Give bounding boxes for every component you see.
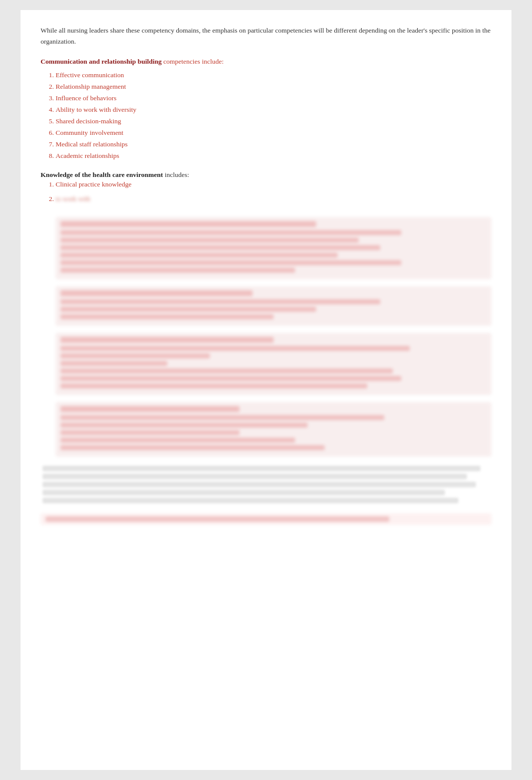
section2-title-includes: includes: bbox=[163, 171, 189, 178]
list-item-5: Shared decision-making bbox=[56, 116, 491, 127]
blurred-block-3 bbox=[56, 333, 491, 395]
list-item-8: Academic relationships bbox=[56, 150, 491, 162]
section2-list: Clinical practice knowledge to work with bbox=[56, 179, 491, 208]
blurred-block-4 bbox=[56, 402, 491, 457]
blurred-paragraph bbox=[41, 466, 491, 503]
blurred-block-2 bbox=[56, 286, 491, 326]
blurred-footer bbox=[41, 513, 491, 525]
intro-paragraph: While all nursing leaders share these co… bbox=[41, 25, 491, 47]
list-item-6: Community involvement bbox=[56, 127, 491, 139]
page-container: While all nursing leaders share these co… bbox=[21, 10, 511, 770]
list-item-3: Influence of behaviors bbox=[56, 93, 491, 104]
section1-title-normal: competencies include: bbox=[162, 58, 224, 65]
section1-list: Effective communication Relationship man… bbox=[56, 70, 491, 162]
section2-item2-blurred: to work with bbox=[56, 193, 90, 205]
section1-header: Communication and relationship building … bbox=[41, 58, 491, 66]
list-item-4: Ability to work with diversity bbox=[56, 104, 491, 116]
list-item-2: Relationship management bbox=[56, 81, 491, 93]
section2-list-item-1: Clinical practice knowledge bbox=[56, 179, 491, 190]
section2-title-bold: Knowledge of the health care environment bbox=[41, 171, 163, 178]
section1-title-bold: Communication and relationship building bbox=[41, 58, 162, 65]
blurred-block-1 bbox=[56, 217, 491, 279]
list-item-7: Medical staff relationships bbox=[56, 139, 491, 150]
list-item-1: Effective communication bbox=[56, 70, 491, 81]
section2-header: Knowledge of the health care environment… bbox=[41, 171, 491, 179]
section2-list-item-2: to work with bbox=[56, 190, 491, 208]
